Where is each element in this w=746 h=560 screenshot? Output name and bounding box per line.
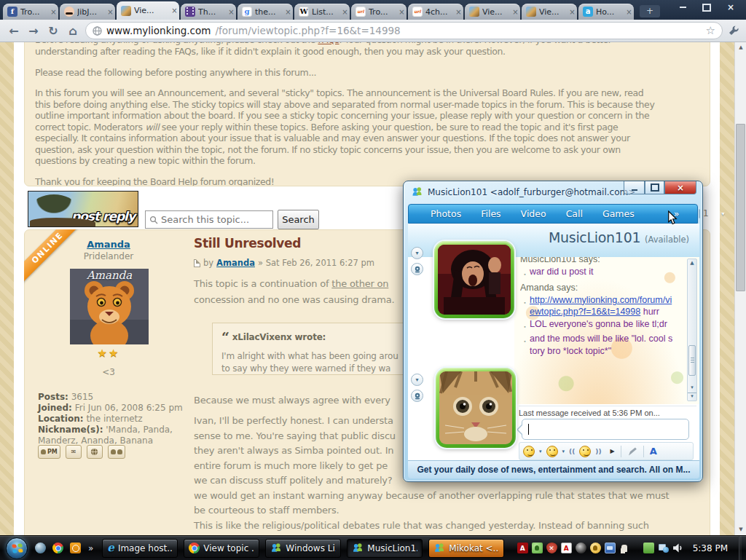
tab-close-icon[interactable]: × <box>397 8 407 16</box>
tab-close-icon[interactable]: × <box>624 8 634 16</box>
menu-video[interactable]: Video <box>521 208 546 219</box>
home-button[interactable]: ⌂ <box>66 24 80 38</box>
webcam-icon[interactable] <box>411 390 423 402</box>
browser-tab-viewtopic2[interactable]: Vie... × <box>465 4 520 20</box>
chat-scroll-down[interactable]: ▾ <box>688 384 696 390</box>
messenger-maximize-button[interactable] <box>645 181 664 194</box>
tab-close-icon[interactable]: × <box>568 8 577 16</box>
author-profile-link[interactable]: Amanda <box>25 239 192 250</box>
messenger-minimize-button[interactable] <box>624 181 645 194</box>
post-reply-button[interactable]: post reply <box>28 191 138 227</box>
taskbar-button-windows-live[interactable]: Windows Li... <box>265 539 341 558</box>
tab-close-icon[interactable]: × <box>106 8 115 16</box>
scroll-down-arrow[interactable]: ▼ <box>735 524 746 535</box>
tab-close-icon[interactable]: × <box>511 8 520 16</box>
profile-button[interactable] <box>108 445 125 459</box>
chat-scrollbar[interactable]: ▲ ▾ ▾ <box>687 259 697 401</box>
chevron-down-icon[interactable]: ▾ <box>539 449 542 454</box>
other-topic-link[interactable]: the other on <box>331 278 388 289</box>
wrench-menu-icon[interactable] <box>728 25 739 36</box>
browser-tab-google[interactable]: g the... × <box>237 4 293 20</box>
forward-button[interactable]: → <box>26 24 41 38</box>
display-tray-icon[interactable] <box>605 543 616 553</box>
nudge-icon[interactable]: (( <box>569 448 575 455</box>
search-submit-button[interactable]: Search <box>278 210 319 229</box>
avatar-options-button[interactable]: ▾ <box>411 247 423 259</box>
adobe-tray-icon[interactable]: A <box>517 543 528 553</box>
handwriting-pen-icon[interactable] <box>627 446 637 457</box>
browser-tab-wikipedia[interactable]: W List... × <box>294 4 350 20</box>
wink-emoticon-icon[interactable] <box>546 446 558 457</box>
quicklaunch-chrome-icon[interactable] <box>52 543 63 553</box>
more-tools-arrow[interactable]: ▶ <box>610 448 615 454</box>
back-button[interactable]: ← <box>7 24 21 38</box>
browser-tab-facebook[interactable]: f Tro... × <box>3 4 58 20</box>
contact-avatar-frame[interactable] <box>434 241 514 318</box>
reload-button[interactable]: ↻ <box>46 24 60 38</box>
disc-tray-icon[interactable] <box>576 543 586 553</box>
messenger-titlebar[interactable]: MusicLion101 <adolf_furburger@hotmail.co… <box>404 181 702 203</box>
browser-scrollbar[interactable]: ▲ ▼ <box>734 42 746 535</box>
bookmark-star-icon[interactable]: ☆ <box>706 24 715 37</box>
pdf-reader-tray-icon[interactable]: A <box>561 543 572 553</box>
scrollbar-thumb[interactable] <box>736 124 745 291</box>
taskbar-button-view-topic[interactable]: View topic ... <box>184 539 259 558</box>
tab-close-icon[interactable]: × <box>49 8 58 16</box>
touch-hand-tray-icon[interactable] <box>619 543 630 553</box>
address-bar[interactable]: www.mylionking.com /forum/viewtopic.php?… <box>85 22 723 39</box>
scroll-up-arrow[interactable]: ▲ <box>735 42 746 53</box>
tab-close-icon[interactable]: × <box>283 8 293 16</box>
msn-ad-banner[interactable]: Get your daily dose of news, entertainme… <box>408 460 699 478</box>
show-desktop-button[interactable] <box>739 536 742 560</box>
restore-button[interactable] <box>696 1 718 13</box>
emoticon-picker-icon[interactable] <box>523 446 535 457</box>
menu-games[interactable]: Games <box>602 208 635 219</box>
faqs-link[interactable]: FAQs <box>318 42 339 45</box>
tab-close-icon[interactable]: × <box>227 8 236 16</box>
email-button[interactable]: ✉ <box>66 445 82 459</box>
taskbar-clock[interactable]: 5:38 PM <box>687 543 735 553</box>
browser-tab-film[interactable]: Th... × <box>181 4 236 20</box>
browser-tab-viewtopic3[interactable]: Vie... × <box>522 4 577 20</box>
website-button[interactable] <box>87 445 103 459</box>
self-avatar-frame[interactable] <box>436 368 516 448</box>
quicklaunch-sphere-icon[interactable] <box>35 543 46 553</box>
browser-tab-4chan[interactable]: url 4ch... × <box>408 4 463 20</box>
chat-scrollbar-thumb[interactable] <box>688 345 696 376</box>
byline-author-link[interactable]: Amanda <box>216 258 255 268</box>
nudge-smiley-icon[interactable] <box>579 446 591 457</box>
avatar-options-button[interactable]: ▾ <box>411 374 423 386</box>
remove-hardware-tray-icon[interactable] <box>643 543 654 553</box>
chevron-down-icon[interactable]: ▾ <box>721 210 724 217</box>
topic-search-input[interactable] <box>161 214 269 225</box>
browser-tab-home[interactable]: a Ho... × <box>578 4 634 20</box>
chat-scroll-up[interactable]: ▲ <box>688 260 696 266</box>
taskbar-button-image-host[interactable]: e Image host... <box>102 539 178 558</box>
chevron-down-icon[interactable]: ▾ <box>562 449 565 454</box>
pm-button[interactable]: PM <box>38 445 60 459</box>
browser-tab-url1[interactable]: url Tro... × <box>351 4 407 20</box>
font-format-button[interactable]: A <box>650 446 657 457</box>
volume-tray-icon[interactable] <box>672 543 683 553</box>
tab-close-icon[interactable]: × <box>170 7 179 15</box>
messenger-status-tray-icon[interactable] <box>532 543 543 553</box>
taskbar-overflow-chevron[interactable]: » <box>88 543 93 553</box>
menu-call[interactable]: Call <box>566 208 583 219</box>
webcam-icon[interactable] <box>411 263 423 275</box>
chat-scroll-latest[interactable]: ▾ <box>688 393 696 399</box>
messenger-close-button[interactable]: × <box>664 181 696 194</box>
network-tray-icon[interactable] <box>658 543 669 553</box>
quicklaunch-clock-icon[interactable] <box>70 543 81 553</box>
browser-tab-active-viewtopic[interactable]: Vie... × <box>117 1 179 20</box>
browser-tab-jibjab[interactable]: JibJ... × <box>60 4 115 20</box>
taskbar-button-musiclion[interactable]: MusicLion1... <box>347 539 423 558</box>
minimize-button[interactable] <box>672 1 694 13</box>
tab-close-icon[interactable]: × <box>340 8 350 16</box>
taskbar-button-mikokat[interactable]: Mikokat <... <box>428 539 504 558</box>
new-tab-button[interactable]: + <box>640 5 660 17</box>
close-button[interactable]: × <box>720 1 742 13</box>
tab-close-icon[interactable]: × <box>454 8 463 16</box>
menu-photos[interactable]: Photos <box>431 208 461 219</box>
menu-files[interactable]: Files <box>481 208 500 219</box>
start-button[interactable] <box>6 537 28 559</box>
